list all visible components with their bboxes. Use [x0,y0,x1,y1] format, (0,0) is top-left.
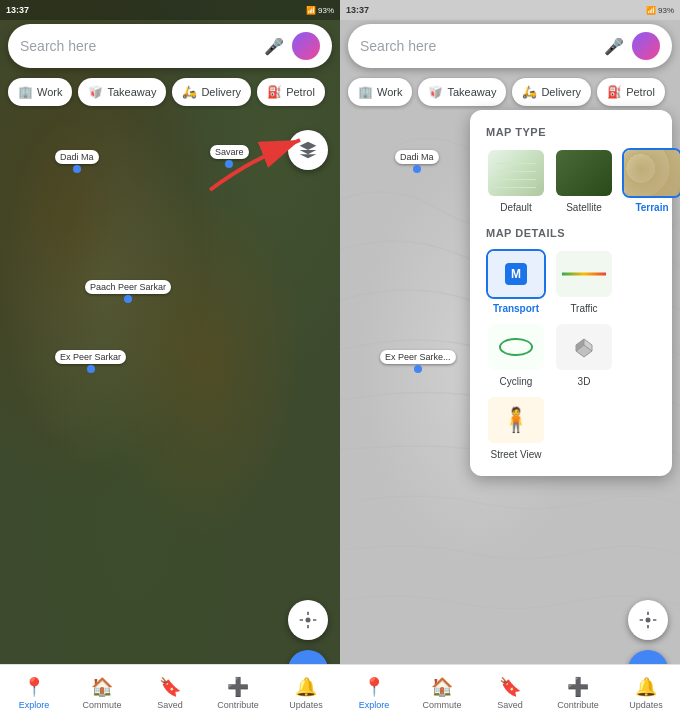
nav-contribute-left[interactable]: ➕ Contribute [204,676,272,710]
map-tile-traffic[interactable]: Traffic [554,249,614,314]
chip-delivery-right[interactable]: 🛵 Delivery [512,78,591,106]
tile-label-satellite: Satellite [566,202,602,213]
tile-visual-traffic [556,251,612,297]
avatar-left[interactable] [292,32,320,60]
map-type-title: MAP TYPE [486,126,656,138]
status-icons-left: 📶 93% [306,6,334,15]
tile-label-streetview: Street View [491,449,542,460]
pin-dadima-label-right: Dadi Ma [395,150,439,164]
map-type-grid: Default Satellite Terrain [486,148,656,213]
map-type-popup: MAP TYPE Default Satellite T [470,110,672,476]
delivery-icon-left: 🛵 [182,85,197,99]
saved-label-right: Saved [497,700,523,710]
pin-savare-label-left: Savare [210,145,249,159]
chip-takeaway-label-left: Takeaway [107,86,156,98]
map-tile-terrain[interactable]: Terrain [622,148,680,213]
pin-expeer-right[interactable]: Ex Peer Sarke... [380,350,456,373]
saved-icon-right: 🔖 [499,676,521,698]
delivery-icon-right: 🛵 [522,85,537,99]
map-tile-streetview[interactable]: 🧍 Street View [486,395,546,460]
pin-savare-left[interactable]: Savare [210,145,249,168]
chip-petrol-right[interactable]: ⛽ Petrol [597,78,665,106]
chip-delivery-left[interactable]: 🛵 Delivery [172,78,251,106]
tile-visual-3d [556,324,612,370]
tile-img-default [486,148,546,198]
pegman-icon: 🧍 [501,406,531,434]
pin-expeer-left[interactable]: Ex Peer Sarkar [55,350,126,373]
tile-visual-transport: M [488,251,544,297]
explore-icon-right: 📍 [363,676,385,698]
nav-commute-left[interactable]: 🏠 Commute [68,676,136,710]
chip-petrol-left[interactable]: ⛽ Petrol [257,78,325,106]
avatar-right[interactable] [632,32,660,60]
tile-label-transport: Transport [493,303,539,314]
nav-contribute-right[interactable]: ➕ Contribute [544,676,612,710]
layer-button-left[interactable] [288,130,328,170]
svg-point-1 [306,618,311,623]
tile-visual-terrain [624,150,680,196]
nav-updates-left[interactable]: 🔔 Updates [272,676,340,710]
tile-label-cycling: Cycling [500,376,533,387]
pin-dadima-label-left: Dadi Ma [55,150,99,164]
petrol-icon-left: ⛽ [267,85,282,99]
pin-dadima-right[interactable]: Dadi Ma [395,150,439,173]
svg-point-6 [646,618,651,623]
tile-label-terrain: Terrain [635,202,668,213]
mic-icon-right[interactable]: 🎤 [604,37,624,56]
tile-img-traffic [554,249,614,299]
mic-icon-left[interactable]: 🎤 [264,37,284,56]
explore-label-right: Explore [359,700,390,710]
tile-img-transport: M [486,249,546,299]
saved-label-left: Saved [157,700,183,710]
chip-work-right[interactable]: 🏢 Work [348,78,412,106]
commute-icon-left: 🏠 [91,676,113,698]
tile-label-default: Default [500,202,532,213]
map-tile-cycling[interactable]: Cycling [486,322,546,387]
bottom-nav-left: 📍 Explore 🏠 Commute 🔖 Saved ➕ Contribute… [0,664,340,720]
tile-img-3d [554,322,614,372]
updates-label-left: Updates [289,700,323,710]
tile-label-3d: 3D [578,376,591,387]
chip-takeaway-label-right: Takeaway [447,86,496,98]
pin-expeer-dot-left [87,365,95,373]
map-tile-default[interactable]: Default [486,148,546,213]
nav-explore-left[interactable]: 📍 Explore [0,676,68,710]
tile-visual-satellite [556,150,612,196]
filter-chips-left: 🏢 Work 🥡 Takeaway 🛵 Delivery ⛽ Petrol [0,74,340,110]
chip-work-label-left: Work [37,86,62,98]
map-tile-3d[interactable]: 3D [554,322,614,387]
pin-paach-label-left: Paach Peer Sarkar [85,280,171,294]
nav-saved-left[interactable]: 🔖 Saved [136,676,204,710]
chip-delivery-label-left: Delivery [201,86,241,98]
nav-updates-right[interactable]: 🔔 Updates [612,676,680,710]
explore-label-left: Explore [19,700,50,710]
pin-dadima-dot-left [73,165,81,173]
petrol-icon-right: ⛽ [607,85,622,99]
chip-petrol-label-left: Petrol [286,86,315,98]
pin-dadima-left[interactable]: Dadi Ma [55,150,99,173]
map-tile-satellite[interactable]: Satellite [554,148,614,213]
status-bar-right: 13:37 📶 93% [340,0,680,20]
status-icons-right: 📶 93% [646,6,674,15]
search-bar-left[interactable]: Search here 🎤 [8,24,332,68]
search-bar-right[interactable]: Search here 🎤 [348,24,672,68]
chip-takeaway-left[interactable]: 🥡 Takeaway [78,78,166,106]
contribute-icon-right: ➕ [567,676,589,698]
nav-saved-right[interactable]: 🔖 Saved [476,676,544,710]
chip-work-left[interactable]: 🏢 Work [8,78,72,106]
tile-visual-default [488,150,544,196]
chip-petrol-label-right: Petrol [626,86,655,98]
pin-paach-left[interactable]: Paach Peer Sarkar [85,280,171,303]
location-button-left[interactable] [288,600,328,640]
nav-commute-right[interactable]: 🏠 Commute [408,676,476,710]
takeaway-icon-right: 🥡 [428,85,443,99]
chip-delivery-label-right: Delivery [541,86,581,98]
tile-img-streetview: 🧍 [486,395,546,445]
map-tile-transport[interactable]: M Transport [486,249,546,314]
location-button-right[interactable] [628,600,668,640]
chip-takeaway-right[interactable]: 🥡 Takeaway [418,78,506,106]
tile-visual-cycling [488,324,544,370]
transport-m-icon: M [505,263,527,285]
nav-explore-right[interactable]: 📍 Explore [340,676,408,710]
pin-paach-dot-left [124,295,132,303]
